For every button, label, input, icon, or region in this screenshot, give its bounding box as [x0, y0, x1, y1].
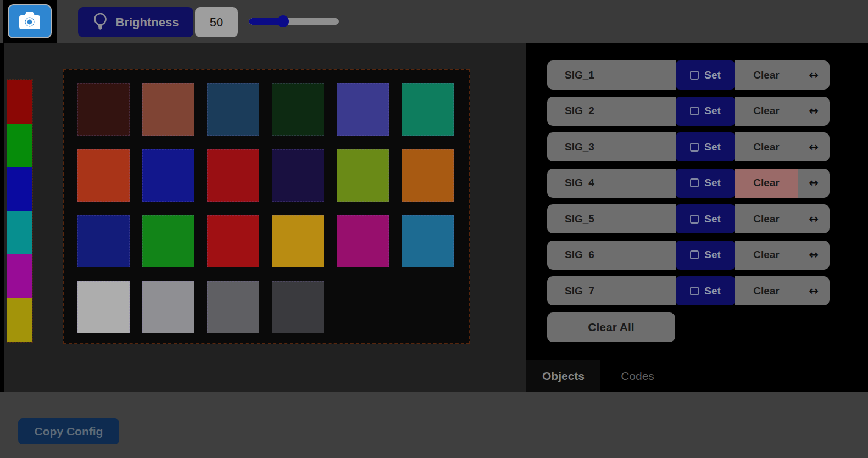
- signal-clear-button[interactable]: Clear: [735, 97, 798, 126]
- tab-bar: ObjectsCodes: [526, 360, 675, 392]
- signal-set-label: Set: [704, 177, 721, 189]
- signal-panel: SIG_1 Set Clear ↔ SIG_2 Set Clear ↔ SIG_…: [547, 60, 830, 312]
- camera-button[interactable]: [8, 4, 52, 38]
- signal-label: SIG_4: [547, 169, 676, 198]
- clear-all-button[interactable]: Clear All: [547, 312, 675, 342]
- camera-feed[interactable]: [4, 43, 526, 392]
- lightbulb-icon: [93, 12, 108, 33]
- signal-set-button[interactable]: Set: [676, 132, 735, 161]
- signal-label: SIG_6: [547, 241, 676, 270]
- checkbox-icon: [690, 250, 699, 259]
- color-checker-chart: [63, 69, 470, 344]
- left-right-arrow-icon[interactable]: ↔: [798, 97, 830, 126]
- strip-swatch: [7, 254, 32, 298]
- signal-label: SIG_2: [547, 97, 676, 126]
- main-content: SIG_1 Set Clear ↔ SIG_2 Set Clear ↔ SIG_…: [0, 43, 868, 392]
- signal-set-label: Set: [704, 285, 721, 297]
- color-patch[interactable]: [272, 83, 324, 136]
- toolbar: Brightness: [0, 0, 868, 43]
- brightness-button[interactable]: Brightness: [78, 7, 193, 37]
- signal-set-button[interactable]: Set: [676, 241, 735, 270]
- color-patch[interactable]: [272, 215, 324, 267]
- signal-set-button[interactable]: Set: [676, 60, 735, 90]
- checkbox-icon: [690, 143, 699, 152]
- signal-set-label: Set: [704, 141, 721, 153]
- color-patch[interactable]: [272, 149, 324, 202]
- signal-set-button[interactable]: Set: [676, 97, 735, 126]
- strip-swatch: [7, 80, 32, 124]
- left-right-arrow-icon[interactable]: ↔: [798, 60, 830, 90]
- signal-clear-button[interactable]: Clear: [735, 132, 798, 161]
- color-patch[interactable]: [402, 83, 454, 136]
- color-patch[interactable]: [142, 281, 194, 333]
- signal-row: SIG_3 Set Clear ↔: [547, 132, 830, 161]
- signal-set-label: Set: [704, 69, 721, 81]
- slider-thumb[interactable]: [277, 15, 289, 27]
- signal-clear-button[interactable]: Clear: [735, 276, 798, 305]
- color-patch[interactable]: [207, 281, 259, 333]
- tab-objects[interactable]: Objects: [526, 360, 600, 392]
- signal-label: SIG_5: [547, 204, 676, 233]
- color-patch[interactable]: [142, 83, 194, 136]
- app-window: Brightness SIG_1 Set Clear ↔ SIG_2: [0, 0, 868, 458]
- signal-set-button[interactable]: Set: [676, 276, 735, 305]
- color-patch[interactable]: [337, 215, 389, 267]
- empty-patch: [402, 281, 454, 333]
- checkbox-icon: [690, 107, 699, 115]
- color-patch[interactable]: [207, 215, 259, 267]
- signal-row: SIG_4 Set Clear ↔: [547, 169, 830, 198]
- signal-set-label: Set: [704, 249, 721, 261]
- tab-codes[interactable]: Codes: [600, 360, 675, 392]
- checkbox-icon: [690, 178, 699, 187]
- empty-patch: [337, 281, 389, 333]
- signal-set-button[interactable]: Set: [676, 169, 735, 198]
- color-patch[interactable]: [402, 215, 454, 267]
- checkbox-icon: [690, 287, 699, 295]
- copy-config-button[interactable]: Copy Config: [18, 418, 119, 444]
- left-right-arrow-icon[interactable]: ↔: [798, 276, 830, 305]
- camera-icon: [19, 12, 41, 31]
- slider-track: [249, 18, 339, 25]
- left-right-arrow-icon[interactable]: ↔: [798, 204, 830, 233]
- signal-clear-button[interactable]: Clear: [735, 241, 798, 270]
- signal-row: SIG_1 Set Clear ↔: [547, 60, 830, 90]
- strip-swatch: [7, 124, 32, 167]
- strip-swatch: [7, 298, 32, 342]
- color-patch[interactable]: [77, 281, 130, 333]
- color-patch[interactable]: [207, 149, 259, 202]
- left-right-arrow-icon[interactable]: ↔: [798, 169, 830, 198]
- signal-clear-button[interactable]: Clear: [735, 60, 798, 90]
- left-right-arrow-icon[interactable]: ↔: [798, 241, 830, 270]
- left-right-arrow-icon[interactable]: ↔: [798, 132, 830, 161]
- signal-set-button[interactable]: Set: [676, 204, 735, 233]
- color-patch[interactable]: [272, 281, 324, 333]
- brightness-value-input[interactable]: [195, 7, 238, 37]
- signal-set-label: Set: [704, 213, 721, 225]
- strip-swatch: [7, 211, 32, 255]
- signal-label: SIG_1: [547, 60, 676, 90]
- color-patch[interactable]: [402, 149, 454, 202]
- footer-bar: Copy Config: [0, 392, 868, 458]
- color-patch[interactable]: [77, 215, 130, 267]
- signal-label: SIG_3: [547, 132, 676, 161]
- brightness-slider[interactable]: [249, 15, 339, 27]
- color-patch[interactable]: [77, 149, 130, 202]
- color-patch[interactable]: [337, 149, 389, 202]
- signal-label: SIG_7: [547, 276, 676, 305]
- signal-row: SIG_2 Set Clear ↔: [547, 97, 830, 126]
- color-strip: [7, 79, 33, 343]
- color-patch[interactable]: [142, 149, 194, 202]
- strip-swatch: [7, 167, 32, 211]
- color-patch[interactable]: [207, 83, 259, 136]
- brightness-button-label: Brightness: [116, 15, 179, 30]
- color-patch[interactable]: [77, 83, 130, 136]
- signal-row: SIG_5 Set Clear ↔: [547, 204, 830, 233]
- color-patch[interactable]: [337, 83, 389, 136]
- signal-row: SIG_6 Set Clear ↔: [547, 241, 830, 270]
- checkbox-icon: [690, 71, 699, 80]
- color-patch[interactable]: [142, 215, 194, 267]
- signal-clear-button[interactable]: Clear: [735, 204, 798, 233]
- signal-clear-button[interactable]: Clear: [735, 169, 798, 198]
- checkbox-icon: [690, 215, 699, 224]
- signal-set-label: Set: [704, 105, 721, 117]
